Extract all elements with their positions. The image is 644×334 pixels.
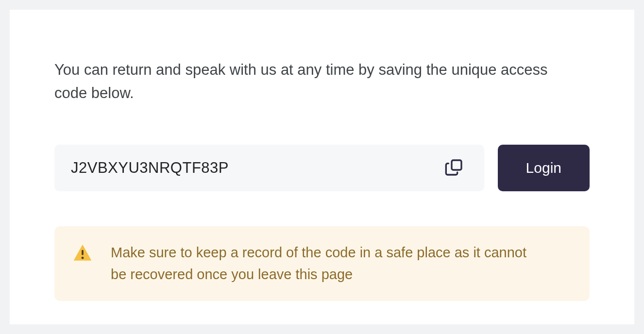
access-code-box: J2VBXYU3NRQTF83P (54, 145, 484, 191)
access-code-card: You can return and speak with us at any … (10, 10, 634, 324)
svg-rect-0 (452, 160, 461, 170)
svg-point-2 (82, 257, 84, 259)
code-row: J2VBXYU3NRQTF83P Login (54, 145, 590, 191)
warning-text: Make sure to keep a record of the code i… (111, 242, 538, 285)
copy-icon (444, 158, 464, 179)
intro-text: You can return and speak with us at any … (54, 58, 559, 105)
copy-button[interactable] (441, 154, 468, 183)
svg-rect-1 (82, 250, 84, 255)
access-code-value: J2VBXYU3NRQTF83P (71, 159, 229, 177)
warning-icon (72, 242, 93, 264)
login-button[interactable]: Login (498, 145, 590, 191)
warning-box: Make sure to keep a record of the code i… (54, 226, 590, 301)
